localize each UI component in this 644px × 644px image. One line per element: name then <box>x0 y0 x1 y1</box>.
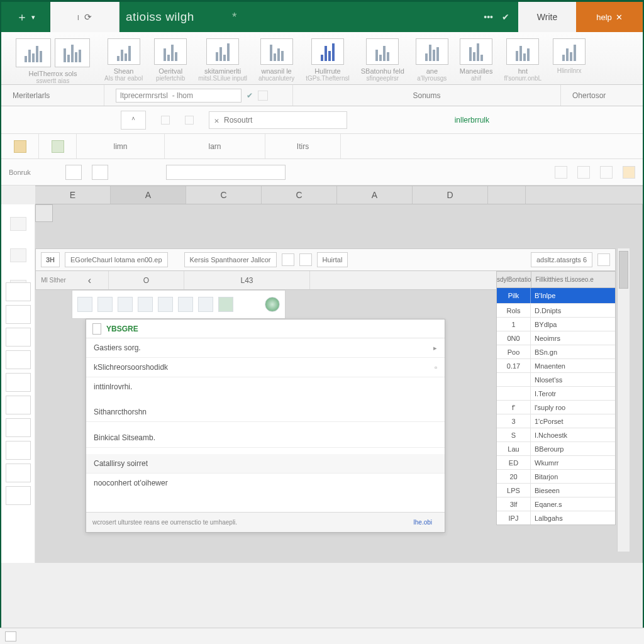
globe-icon[interactable] <box>265 297 280 312</box>
tool-icon[interactable] <box>158 297 173 312</box>
help-tab[interactable]: help ✕ <box>576 2 643 32</box>
sheet-thumb[interactable] <box>6 396 31 414</box>
select-all-corner[interactable] <box>35 204 53 222</box>
sheet-thumb[interactable] <box>6 282 31 301</box>
check-icon[interactable]: ✔ <box>502 12 509 22</box>
ribbon-item-label[interactable]: Itirs <box>297 142 309 151</box>
ribbon-group-2[interactable]: Oeritval piefertchib <box>150 38 191 84</box>
sheet-thumb[interactable] <box>6 373 31 392</box>
square-icon[interactable] <box>597 253 610 266</box>
data-row[interactable]: EDWkumrr <box>497 455 615 469</box>
mode-tab-write[interactable]: Write <box>518 2 576 32</box>
shape-icon[interactable] <box>52 140 64 153</box>
data-row[interactable]: 0.17Mnaenten <box>497 358 615 372</box>
sheet-thumb[interactable] <box>6 486 31 505</box>
data-row[interactable]: LauBBerourp <box>497 441 615 455</box>
vertical-scrollbar[interactable] <box>617 248 630 552</box>
dialog-ok-button[interactable]: lhe.obi <box>408 518 438 527</box>
data-row[interactable]: 1BYdlpa <box>497 317 615 331</box>
back-button[interactable]: ‹ <box>71 271 109 289</box>
ribbon-group-0[interactable]: HelTherrox sols sswertt aias <box>9 38 97 84</box>
data-row[interactable]: 20Bitarjon <box>497 469 615 483</box>
column-header[interactable] <box>488 186 526 204</box>
data-row[interactable]: 31'cPorset <box>497 414 615 428</box>
collapse-button[interactable]: ＾ <box>121 111 146 130</box>
sheet-icon[interactable] <box>5 631 16 641</box>
tool-icon[interactable] <box>198 297 213 312</box>
tool-icon[interactable] <box>138 297 153 312</box>
inner-toolbar-button-3[interactable]: Huirtal <box>317 252 348 267</box>
ribbon-group-1[interactable]: Shean Als thar eabol <box>101 38 147 84</box>
data-row[interactable]: SI.Nchoestk <box>497 428 615 441</box>
scrollbar-thumb[interactable] <box>619 251 628 289</box>
square-icon[interactable] <box>299 253 312 266</box>
tool-icon[interactable] <box>77 297 92 312</box>
chart-icon[interactable] <box>555 166 567 179</box>
pencil-icon[interactable] <box>258 91 268 101</box>
gutter-thumb-icon[interactable] <box>10 217 26 231</box>
data-row[interactable]: 0N0Neoimrs <box>497 331 615 345</box>
data-row[interactable]: PooBSn.gn <box>497 345 615 358</box>
worksheet-area[interactable]: 3H EGorleChaurl lotama en00.ep Kersis Sp… <box>35 204 643 563</box>
dialog-field[interactable]: nooconhert ot'oihewer <box>86 474 445 492</box>
dialog-field[interactable]: Gastiers sorg.▸ <box>86 338 445 358</box>
ribbon-group-8[interactable]: Maneuilles ahif <box>456 38 497 84</box>
sheet-thumb[interactable] <box>6 464 31 482</box>
inner-tab-b[interactable]: L43 <box>184 271 310 289</box>
table-icon[interactable] <box>577 166 590 179</box>
inner-toolbar-button-1[interactable]: EGorleChaurl lotama en00.ep <box>65 252 168 267</box>
gutter-thumb-icon[interactable] <box>10 248 26 262</box>
check-icon[interactable]: ✔ <box>247 91 253 100</box>
data-row[interactable]: LPSBieseen <box>497 483 615 497</box>
data-row[interactable]: RolsD.Dnipts <box>497 303 615 317</box>
command-box[interactable]: ⨉ Rosoutrt <box>209 111 347 129</box>
flag-icon[interactable] <box>14 140 26 153</box>
sheet-thumb[interactable] <box>6 441 31 460</box>
data-row[interactable]: IPJLalbgahs <box>497 511 615 525</box>
column-header[interactable]: E <box>35 186 111 204</box>
dialog-field[interactable]: Binkical Sitseamb. <box>86 428 445 448</box>
sheet-thumb[interactable] <box>6 305 31 324</box>
tool-icon[interactable] <box>178 297 193 312</box>
column-header[interactable]: D <box>413 186 488 204</box>
ribbon-group-5[interactable]: Hullrrute tGPs.Thefternsl <box>302 38 353 84</box>
square-icon[interactable] <box>282 253 294 266</box>
column-header[interactable]: A <box>111 186 186 204</box>
panel-thumb-icon[interactable] <box>92 165 108 180</box>
sync-dot-icon[interactable]: ••• <box>484 12 493 22</box>
ribbon-item-label[interactable]: limn <box>113 142 127 151</box>
reference-input[interactable] <box>116 89 242 103</box>
inner-toolbar-button-4[interactable]: adsltz.atasrgts 6 <box>531 252 592 267</box>
ribbon-group-4[interactable]: wnasnil le ahucanlutery <box>255 38 298 84</box>
tool-icon[interactable] <box>118 297 133 312</box>
ribbon-group-10[interactable]: Hlinrilnrx <box>549 38 589 84</box>
data-row[interactable]: 3lfEqaner.s <box>497 497 615 511</box>
column-header[interactable]: C <box>262 186 337 204</box>
ribbon-group-6[interactable]: SBatonhu feld sfingeeplrsr <box>357 38 408 84</box>
data-panel-col1[interactable]: Pilk <box>497 288 531 303</box>
active-tab[interactable]: ı ⟳ <box>50 2 119 32</box>
ribbon-group-7[interactable]: ane a'llyrousgs <box>412 38 452 84</box>
ribbon-group-9[interactable]: hnt fl'sonurr.onbL <box>500 38 545 84</box>
tool-icon[interactable] <box>218 297 233 312</box>
data-row[interactable]: f'l'suply roo <box>497 400 615 414</box>
inner-toolbar-button-2[interactable]: Kersis Spanthaorer Jallcor <box>184 252 277 267</box>
data-row[interactable]: I.Terotr <box>497 386 615 400</box>
column-header[interactable]: A <box>337 186 413 204</box>
lamp-icon[interactable] <box>623 166 635 179</box>
tool-icon[interactable] <box>97 297 113 312</box>
row-number-button[interactable]: 3H <box>41 252 60 267</box>
pin-icon[interactable] <box>161 116 170 125</box>
formula-bar[interactable] <box>166 165 286 180</box>
help-close-icon[interactable]: ✕ <box>616 13 623 22</box>
filter-icon[interactable] <box>600 166 613 179</box>
sheet-thumb[interactable] <box>6 350 31 369</box>
panel-thumb-icon[interactable] <box>65 165 82 180</box>
inner-tab-a[interactable]: O <box>109 271 184 289</box>
data-row[interactable]: Nloset'ss <box>497 372 615 386</box>
flag-icon[interactable] <box>185 116 194 125</box>
ribbon-group-3[interactable]: skitaminerlti mitsl.SLilue inputl <box>194 38 251 84</box>
sheet-thumb[interactable] <box>6 418 31 437</box>
dialog-field[interactable]: inttinlrovrhi. <box>86 377 445 396</box>
data-panel-col2[interactable]: B'Inlpe <box>531 288 615 303</box>
